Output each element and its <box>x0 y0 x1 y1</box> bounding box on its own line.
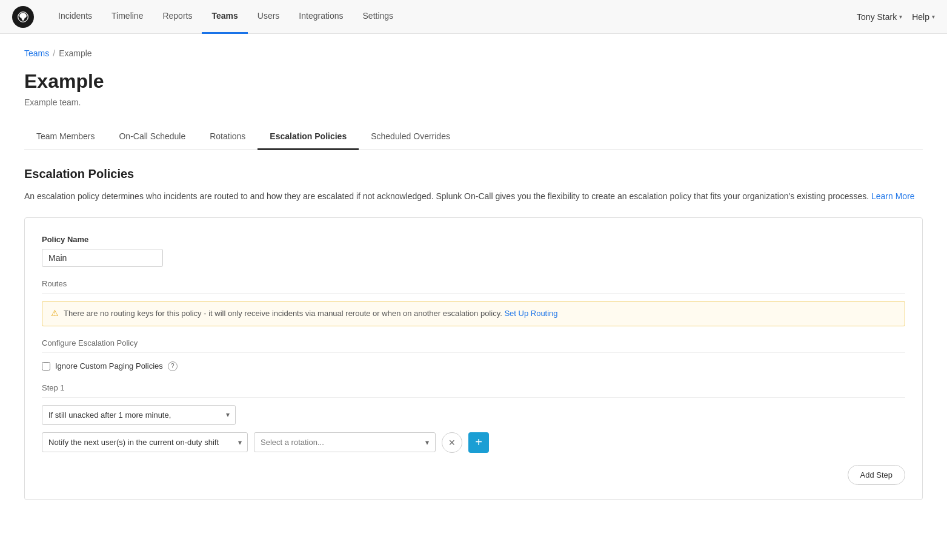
tabs: Team MembersOn-Call ScheduleRotationsEsc… <box>24 124 923 150</box>
nav-link-teams[interactable]: Teams <box>202 0 247 34</box>
policy-name-input[interactable] <box>42 249 163 267</box>
notify-type-select[interactable]: Notify the next user(s) in the current o… <box>42 432 248 452</box>
user-caret: ▾ <box>899 13 902 20</box>
breadcrumb-current: Example <box>59 48 91 58</box>
routes-label: Routes <box>42 279 905 294</box>
warning-icon: ⚠ <box>51 308 59 318</box>
routing-warning: ⚠ There are no routing keys for this pol… <box>42 301 905 326</box>
help-label: Help <box>912 12 929 22</box>
help-menu[interactable]: Help ▾ <box>912 12 935 22</box>
rotation-select-wrapper[interactable] <box>254 432 436 452</box>
notify-select-wrapper: Notify the next user(s) in the current o… <box>42 432 248 452</box>
escalation-timing-select[interactable]: If still unacked after 1 more minute, <box>42 405 236 425</box>
warning-text-content: There are no routing keys for this polic… <box>64 308 558 320</box>
close-icon: ✕ <box>448 438 456 447</box>
step-controls: If still unacked after 1 more minute, No… <box>42 405 905 453</box>
nav-link-users[interactable]: Users <box>248 0 290 34</box>
warning-message: There are no routing keys for this polic… <box>64 309 504 318</box>
help-caret: ▾ <box>932 13 935 20</box>
escalation-timing-row: If still unacked after 1 more minute, <box>42 405 905 425</box>
tab-team-members[interactable]: Team Members <box>24 124 107 150</box>
nav-link-incidents[interactable]: Incidents <box>48 0 102 34</box>
nav-right: Tony Stark ▾ Help ▾ <box>857 12 935 22</box>
tab-on-call-schedule[interactable]: On-Call Schedule <box>107 124 198 150</box>
logo <box>12 6 34 28</box>
clear-rotation-button[interactable]: ✕ <box>442 432 462 453</box>
ignore-checkbox-row: Ignore Custom Paging Policies ? <box>42 361 905 371</box>
ignore-paging-label[interactable]: Ignore Custom Paging Policies <box>55 361 163 371</box>
ignore-paging-help-icon[interactable]: ? <box>168 361 178 371</box>
page-title: Example <box>24 70 923 93</box>
breadcrumb: Teams / Example <box>24 48 923 58</box>
user-menu[interactable]: Tony Stark ▾ <box>857 12 902 22</box>
user-name: Tony Stark <box>857 12 897 22</box>
nav-link-settings[interactable]: Settings <box>353 0 404 34</box>
topnav: IncidentsTimelineReportsTeamsUsersIntegr… <box>0 0 947 34</box>
ignore-paging-checkbox[interactable] <box>42 362 50 371</box>
add-notify-button[interactable]: + <box>468 432 489 453</box>
configure-label: Configure Escalation Policy <box>42 338 905 353</box>
plus-icon: + <box>475 435 482 449</box>
nav-link-timeline[interactable]: Timeline <box>102 0 153 34</box>
section-desc-text: An escalation policy determines who inci… <box>24 191 869 201</box>
breadcrumb-separator: / <box>53 48 55 58</box>
step-label: Step 1 <box>42 383 905 398</box>
policy-card: Policy Name Routes ⚠ There are no routin… <box>24 217 923 500</box>
tab-escalation-policies[interactable]: Escalation Policies <box>258 124 359 150</box>
page-subtitle: Example team. <box>24 97 923 107</box>
section-title: Escalation Policies <box>24 167 923 181</box>
nav-link-integrations[interactable]: Integrations <box>289 0 353 34</box>
escalation-timing-wrapper: If still unacked after 1 more minute, <box>42 405 236 425</box>
learn-more-link[interactable]: Learn More <box>871 191 915 201</box>
add-step-button[interactable]: Add Step <box>848 465 906 485</box>
tab-scheduled-overrides[interactable]: Scheduled Overrides <box>359 124 462 150</box>
rotation-select-input[interactable] <box>254 433 435 452</box>
add-step-row: Add Step <box>42 465 905 485</box>
notify-rotation-row: Notify the next user(s) in the current o… <box>42 432 905 453</box>
nav-links: IncidentsTimelineReportsTeamsUsersIntegr… <box>48 0 857 34</box>
breadcrumb-teams-link[interactable]: Teams <box>24 48 49 58</box>
set-up-routing-link[interactable]: Set Up Routing <box>504 309 557 318</box>
section-desc: An escalation policy determines who inci… <box>24 189 923 203</box>
policy-name-label: Policy Name <box>42 235 905 244</box>
nav-link-reports[interactable]: Reports <box>153 0 202 34</box>
page-content: Teams / Example Example Example team. Te… <box>0 34 947 515</box>
tab-rotations[interactable]: Rotations <box>198 124 258 150</box>
logo-icon <box>17 11 29 23</box>
